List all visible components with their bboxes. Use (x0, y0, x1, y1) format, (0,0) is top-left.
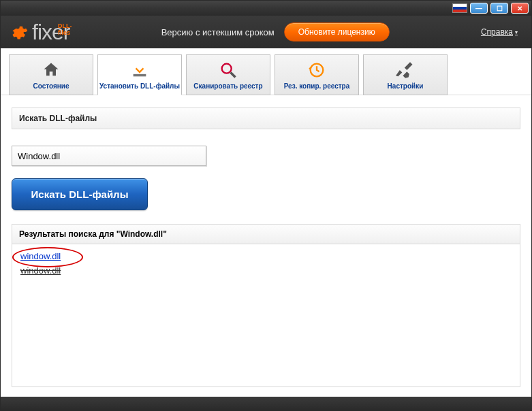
minimize-button[interactable]: — (470, 3, 488, 14)
main-content: Искать DLL-файлы Искать DLL-файлы Резуль… (1, 95, 531, 399)
tools-icon (396, 61, 415, 80)
results-header: Результаты поиска для "Window.dll" (12, 224, 520, 244)
search-input[interactable] (12, 146, 206, 166)
search-button[interactable]: Искать DLL-файлы (12, 178, 148, 210)
app-window: — ☐ ✕ DLL-files fixer Версию с истекшим … (0, 0, 532, 411)
titlebar: — ☐ ✕ (1, 1, 531, 16)
result-item[interactable]: window.dll (20, 265, 61, 276)
close-button[interactable]: ✕ (511, 3, 529, 14)
license-expired-text: Версию с истекшим сроком (161, 27, 275, 37)
home-icon (42, 61, 61, 80)
tab-status[interactable]: Состояние (9, 54, 93, 95)
maximize-button[interactable]: ☐ (490, 3, 508, 14)
help-link[interactable]: Справка (481, 27, 518, 37)
result-item[interactable]: window.dll (20, 251, 61, 261)
app-header: DLL-files fixer Версию с истекшим сроком… (1, 16, 531, 48)
tab-label: Рез. копир. реестра (284, 82, 350, 90)
header-center: Версию с истекшим сроком Обновите лиценз… (161, 22, 390, 42)
status-bar (1, 397, 531, 410)
tab-scan-registry[interactable]: Сканировать реестр (186, 54, 270, 95)
tabs: Состояние Установить DLL-файлы Сканирова… (1, 48, 531, 95)
tab-label: Установить DLL-файлы (99, 82, 180, 90)
search-box-wrap (12, 146, 520, 166)
logo-subtitle: DLL-files (58, 22, 72, 36)
download-icon (130, 61, 149, 80)
tab-settings[interactable]: Настройки (363, 54, 448, 95)
tab-install-dll[interactable]: Установить DLL-файлы (97, 54, 182, 95)
logo: DLL-files fixer (9, 20, 69, 45)
tab-label: Настройки (388, 82, 424, 90)
svg-point-1 (222, 63, 232, 73)
svg-line-2 (231, 72, 236, 77)
results-body[interactable]: window.dll window.dll (12, 244, 520, 387)
header-right: Справка (481, 27, 523, 37)
svg-rect-0 (134, 73, 146, 76)
flag-ru-icon[interactable] (452, 3, 467, 13)
gear-icon (9, 22, 28, 42)
restore-icon (307, 61, 326, 80)
tab-label: Сканировать реестр (193, 82, 262, 90)
tab-backup-registry[interactable]: Рез. копир. реестра (275, 54, 359, 95)
update-license-button[interactable]: Обновите лицензию (284, 22, 390, 42)
tab-label: Состояние (33, 82, 69, 90)
magnify-icon (219, 61, 238, 80)
search-section-header: Искать DLL-файлы (12, 108, 520, 129)
